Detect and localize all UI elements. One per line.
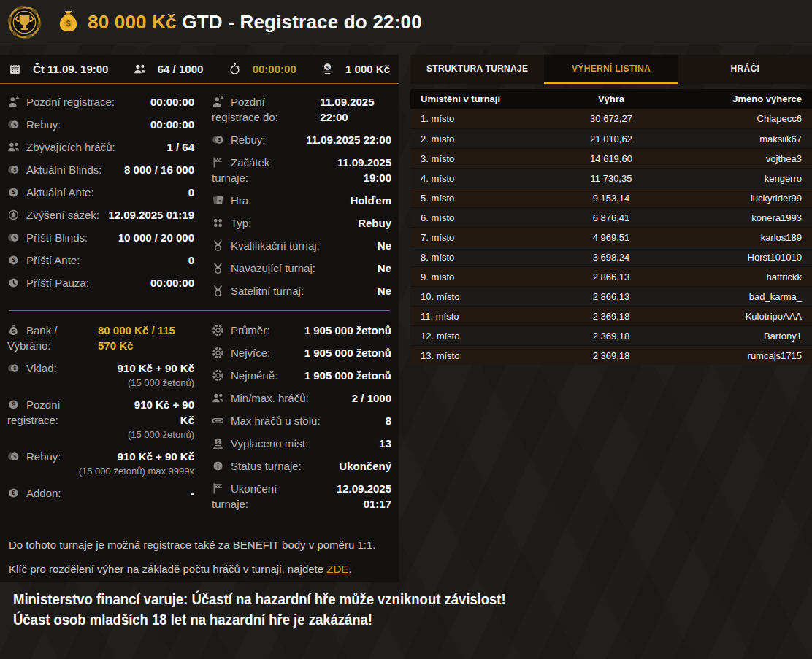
winner-row: 13. místo 2 369,18 rumcajs1715 (410, 345, 812, 365)
tab[interactable]: STRUKTURA TURNAJE (410, 55, 544, 84)
tournament-info-panel: Čt 11.09. 19:00 64 / 1000 00:00:00 $ 1 0… (0, 55, 399, 582)
calendar-icon (9, 63, 21, 75)
stat-row: Ukončení turnaje: 12.09.2025 01:17 (212, 481, 391, 512)
winner-place: 11. místo (410, 311, 548, 322)
stat-label: Zvýšení sázek: (26, 209, 99, 221)
stat-label: Průměr: (231, 324, 269, 336)
stat-row: Příští Pauza: 00:00:00 (7, 275, 194, 290)
stats-lower-left: $Bank / Vybráno: 80 000 Kč / 115 570 Kč … (7, 323, 194, 519)
coins-icon: $ (212, 134, 224, 146)
tab[interactable]: HRÁČI (678, 55, 812, 84)
stat-row: $Příští Blinds: 10 000 / 20 000 (7, 230, 194, 245)
stat-label: Status turnaje: (231, 460, 302, 472)
winner-prize: 9 153,14 (548, 193, 675, 204)
svg-text:$: $ (12, 401, 15, 408)
svg-text:$: $ (12, 188, 15, 196)
stat-row: Pozdní registrace: 00:00:00 (7, 94, 194, 109)
winner-name: bad_karma_ (675, 291, 812, 302)
stat-value: Ne (378, 238, 391, 253)
stat-row: Max hráčů u stolu: 8 (212, 413, 391, 428)
winner-row: 8. místo 3 698,24 Horst101010 (410, 247, 812, 266)
arrow-up-icon (7, 209, 20, 221)
moneybag-icon: $ (56, 9, 80, 35)
stat-label: Aktuální Ante: (26, 186, 94, 199)
dollar-icon: $ (7, 398, 20, 411)
col-prize: Výhra (548, 93, 675, 104)
stat-label: Typ: (231, 217, 251, 229)
tournament-detail-page: $ 80 000 Kč GTD - Registrace do 22:00 Čt… (0, 0, 812, 659)
stat-label: Pozdní registrace: (26, 96, 115, 108)
winners-table: Umístění v turnaji Výhra Jméno výherce 1… (410, 89, 812, 365)
player-count-value: 64 / 1000 (158, 63, 204, 75)
payout-icon: $ (212, 437, 224, 450)
stat-label: Příští Blinds: (26, 231, 88, 244)
stat-value: 2 / 1000 (352, 390, 391, 406)
svg-text:♠: ♠ (218, 198, 221, 203)
moneybag-small-icon: $ (7, 324, 20, 336)
zde-link[interactable]: ZDE (326, 563, 348, 575)
tab[interactable]: VÝHERNÍ LISTINA (544, 55, 678, 84)
stats-upper-left: Pozdní registrace: 00:00:00 $Rebuy: 00:0… (7, 94, 194, 306)
page-title: 80 000 Kč GTD - Registrace do 22:00 (88, 11, 422, 34)
cards-icon: ♠ (212, 194, 224, 207)
winner-place: 1. místo (410, 113, 548, 124)
stat-label: Příští Ante: (26, 254, 80, 266)
winners-table-header: Umístění v turnaji Výhra Jméno výherce (410, 89, 812, 109)
coins-icon: $ (7, 450, 20, 463)
winner-row: 11. místo 2 369,18 KulotripoAAA (410, 306, 812, 325)
stat-value: 910 Kč + 90 Kč(15 000 žetonů) (118, 361, 195, 390)
medal-icon (212, 285, 224, 297)
winner-prize: 4 969,51 (548, 232, 675, 243)
stat-label: Aktuální Blinds: (26, 163, 102, 176)
stat-row: Zbývajících hráčů: 1 / 64 (7, 139, 194, 155)
winner-place: 7. místo (410, 232, 548, 243)
warning-line-2: Účast osob mladších 18 let na hazardní h… (13, 609, 506, 630)
stat-value: Rebuy (358, 215, 391, 231)
winner-name: Chlapecc6 (675, 113, 812, 124)
stat-label: Nejvíce: (231, 347, 270, 359)
timer: 00:00:00 (229, 63, 296, 75)
winner-prize: 2 369,18 (548, 311, 675, 322)
winner-prize: 2 866,13 (548, 291, 675, 302)
stat-value: 00:00:00 (150, 275, 194, 290)
coins-icon: $ (7, 231, 20, 244)
winner-row: 4. místo 11 730,35 kengerro (410, 168, 812, 188)
stat-row: Průměr: 1 905 000 žetonů (212, 323, 391, 338)
winner-prize: 2 866,13 (548, 271, 675, 282)
start-date: Čt 11.09. 19:00 (9, 63, 108, 75)
stat-row: $Příští Ante: 0 (7, 253, 194, 268)
winner-prize: 11 730,35 (548, 173, 675, 184)
stat-value: 1 905 000 žetonů (304, 345, 391, 361)
winner-place: 4. místo (410, 173, 548, 184)
stat-label: Navazující turnaj: (231, 262, 315, 274)
svg-text:$: $ (12, 256, 15, 263)
winner-name: Bartony1 (675, 331, 812, 342)
stat-row: Nejméně: 1 905 000 žetonů (212, 368, 391, 383)
checker-flag-icon (212, 156, 224, 169)
col-winner: Jméno výherce (675, 93, 812, 104)
winners-table-body: 1. místo 30 672,27 Chlapecc6 2. místo 21… (410, 109, 812, 365)
svg-text:$: $ (217, 439, 220, 445)
clock-icon (7, 277, 20, 289)
stat-row: Začátek turnaje: 11.09.2025 19:00 (212, 155, 391, 185)
players-icon (212, 392, 224, 404)
header-bar: $ 80 000 Kč GTD - Registrace do 22:00 (0, 0, 812, 45)
stat-value: Ukončený (339, 458, 391, 474)
stat-row: Status turnaje: Ukončený (212, 458, 391, 474)
col-place: Umístění v turnaji (410, 93, 548, 104)
stats-upper-right: Pozdní registrace do: 11.09.2025 22:00 $… (212, 94, 391, 306)
players-icon (134, 63, 146, 75)
stat-value: 1 905 000 žetonů (304, 368, 391, 383)
stat-label: Zbývajících hráčů: (26, 141, 115, 153)
stat-label: Satelitní turnaj: (231, 285, 304, 297)
stat-label: Max hráčů u stolu: (231, 415, 321, 427)
winner-row: 2. místo 21 010,62 maksiik67 (410, 128, 812, 148)
winner-row: 12. místo 2 369,18 Bartony1 (410, 325, 812, 345)
stat-value: - (191, 485, 194, 501)
warning-line-1: Ministerstvo financí varuje: Účastí na h… (13, 589, 506, 609)
stat-row: Zvýšení sázek: 12.09.2025 01:19 (7, 207, 194, 223)
winner-row: 7. místo 4 969,51 karlos189 (410, 227, 812, 247)
stat-value: 1 / 64 (166, 139, 194, 155)
winner-place: 13. místo (410, 350, 548, 361)
tab-bar: STRUKTURA TURNAJEVÝHERNÍ LISTINAHRÁČI (410, 55, 812, 84)
